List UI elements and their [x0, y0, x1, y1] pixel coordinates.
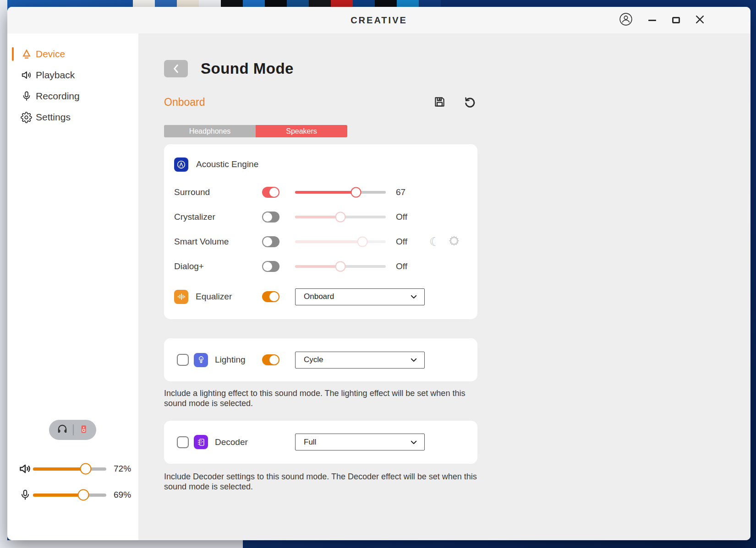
- speaker-icon: [20, 69, 33, 81]
- volume-slider-knob[interactable]: [80, 463, 92, 475]
- tab-headphones[interactable]: Headphones: [164, 125, 256, 137]
- lighting-toggle[interactable]: [262, 354, 279, 365]
- dialog-plus-row: Dialog+ Off: [174, 254, 467, 279]
- surround-slider[interactable]: [295, 191, 386, 194]
- selected-option: Cycle: [304, 355, 323, 364]
- loud-mode-icon[interactable]: [448, 235, 460, 249]
- slider-knob[interactable]: [351, 187, 361, 198]
- crystalizer-slider[interactable]: [295, 216, 386, 218]
- effect-value: Off: [396, 237, 429, 247]
- mic-row: 69%: [7, 488, 138, 502]
- close-button[interactable]: [689, 7, 710, 33]
- tab-label: Headphones: [189, 127, 231, 136]
- minimize-icon: [648, 20, 656, 21]
- sidebar-item-settings[interactable]: Settings: [7, 107, 138, 128]
- slider-knob[interactable]: [335, 212, 346, 222]
- slider-fill: [295, 265, 340, 268]
- desktop-background: [0, 540, 243, 548]
- device-icon: [20, 48, 33, 60]
- sidebar-item-device[interactable]: Device: [7, 43, 138, 65]
- mic-slider-knob[interactable]: [78, 489, 89, 501]
- slider-knob[interactable]: [357, 237, 367, 247]
- account-button[interactable]: [613, 7, 639, 33]
- effect-label: Equalizer: [196, 292, 262, 302]
- volume-percent: 72%: [114, 464, 131, 474]
- lighting-card: Lighting Cycle: [164, 338, 477, 381]
- acoustic-engine-card: Acoustic Engine Surround 67 Crystalizer: [164, 144, 477, 319]
- decoder-mode-select[interactable]: Full: [295, 434, 425, 450]
- gear-icon: [20, 111, 33, 124]
- titlebar: CREATIVE: [7, 7, 751, 33]
- lighting-description: Include a lighting effect to this sound …: [164, 389, 480, 409]
- card-title: Acoustic Engine: [196, 159, 258, 169]
- minimize-button[interactable]: [641, 7, 663, 33]
- decoder-icon: [194, 435, 208, 449]
- crystalizer-toggle[interactable]: [262, 212, 279, 222]
- equalizer-row: Equalizer Onboard: [174, 286, 467, 307]
- lighting-checkbox[interactable]: [177, 354, 189, 366]
- dialog-plus-slider[interactable]: [295, 265, 386, 268]
- dialog-plus-toggle[interactable]: [262, 261, 279, 272]
- volume-row: 72%: [7, 462, 138, 476]
- effect-value: 67: [396, 187, 429, 197]
- equalizer-preset-select[interactable]: Onboard: [295, 288, 425, 305]
- maximize-button[interactable]: [665, 7, 686, 33]
- mic-slider[interactable]: [33, 494, 106, 497]
- selected-option: Full: [304, 438, 316, 447]
- surround-toggle[interactable]: [262, 187, 279, 198]
- decoder-description: Include Decoder settings to this sound m…: [164, 472, 480, 492]
- chevron-down-icon: [410, 438, 418, 446]
- speaker-output-icon[interactable]: [78, 424, 89, 436]
- slider-fill: [295, 240, 362, 243]
- output-device-switch[interactable]: [49, 420, 96, 440]
- decoder-checkbox[interactable]: [177, 436, 189, 448]
- night-mode-icon[interactable]: ☾: [429, 236, 440, 248]
- headphones-icon: [56, 423, 68, 437]
- card-label: Decoder: [215, 437, 262, 447]
- chevron-down-icon: [410, 356, 418, 364]
- output-tabs: Headphones Speakers: [164, 125, 751, 137]
- account-icon: [619, 12, 633, 28]
- sidebar: Device Playback: [7, 33, 138, 540]
- sidebar-item-playback[interactable]: Playback: [7, 65, 138, 86]
- maximize-icon: [672, 17, 680, 23]
- effect-label: Dialog+: [174, 261, 262, 271]
- microphone-icon: [20, 90, 33, 103]
- equalizer-icon: [174, 290, 188, 304]
- mic-percent: 69%: [114, 490, 131, 500]
- effect-label: Surround: [174, 187, 262, 197]
- sidebar-bottom: 72% 69%: [7, 403, 138, 540]
- tab-speakers[interactable]: Speakers: [256, 125, 347, 137]
- back-button[interactable]: [164, 60, 188, 77]
- lighting-mode-select[interactable]: Cycle: [295, 352, 425, 369]
- effect-label: Crystalizer: [174, 212, 262, 222]
- smart-volume-toggle[interactable]: [262, 236, 279, 247]
- mic-slider-fill: [33, 494, 83, 497]
- slider-fill: [295, 191, 356, 194]
- chevron-down-icon: [410, 293, 418, 301]
- crystalizer-row: Crystalizer Off: [174, 205, 467, 229]
- reset-icon: [463, 95, 477, 109]
- acoustic-engine-icon: [174, 157, 188, 172]
- divider: [73, 424, 74, 435]
- sidebar-item-recording[interactable]: Recording: [7, 86, 138, 107]
- slider-fill: [295, 216, 340, 218]
- save-button[interactable]: [433, 95, 446, 109]
- sidebar-item-label: Playback: [36, 70, 75, 81]
- effect-value: Off: [396, 212, 429, 222]
- volume-slider[interactable]: [33, 467, 106, 471]
- selected-option: Onboard: [304, 292, 334, 301]
- card-label: Lighting: [215, 355, 262, 365]
- chevron-left-icon: [173, 64, 179, 73]
- decoder-card: Decoder Full: [164, 421, 477, 464]
- smart-volume-slider[interactable]: [295, 240, 386, 243]
- app-window: CREATIVE: [7, 7, 751, 540]
- surround-row: Surround 67: [174, 180, 467, 205]
- equalizer-toggle[interactable]: [262, 291, 279, 302]
- volume-icon: [17, 462, 33, 476]
- close-icon: [695, 15, 705, 26]
- slider-knob[interactable]: [335, 261, 346, 272]
- reset-button[interactable]: [463, 95, 477, 109]
- save-icon: [433, 95, 446, 109]
- sound-mode-name: Onboard: [164, 96, 205, 109]
